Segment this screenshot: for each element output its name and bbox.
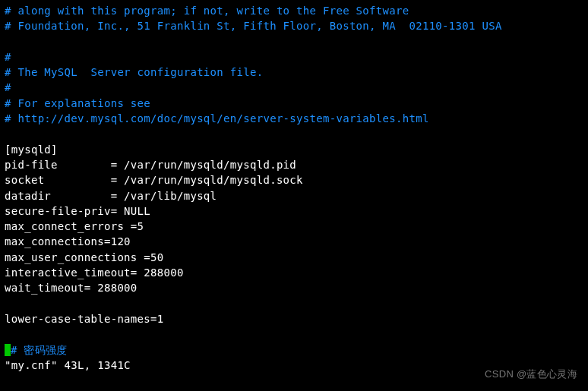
config-line-datadir: datadir = /var/lib/mysql xyxy=(5,190,217,202)
cursor xyxy=(5,344,11,356)
config-line-socket: socket = /var/run/mysqld/mysqld.sock xyxy=(5,174,303,186)
comment-line: # along with this program; if not, write… xyxy=(5,5,409,17)
config-line-wait-timeout: wait_timeout= 288000 xyxy=(5,282,138,294)
config-line-max-connections: max_connections=120 xyxy=(5,235,131,248)
config-line-lower-case-table-names: lower-case-table-names=1 xyxy=(5,313,164,325)
config-section: [mysqld] xyxy=(5,143,58,156)
config-line-secure-file-priv: secure-file-priv= NULL xyxy=(5,205,150,217)
comment-line: # xyxy=(5,51,11,63)
comment-line: # xyxy=(5,81,11,93)
terminal-editor[interactable]: # along with this program; if not, write… xyxy=(5,3,583,373)
comment-line: # http://dev.mysql.com/doc/mysql/en/serv… xyxy=(5,112,429,125)
config-line-interactive-timeout: interactive_timeout= 288000 xyxy=(5,266,184,279)
comment-line: # Foundation, Inc., 51 Franklin St, Fift… xyxy=(5,20,502,32)
comment-line: # The MySQL Server configuration file. xyxy=(5,66,263,78)
vim-status-line: "my.cnf" 43L, 1341C xyxy=(5,359,131,371)
config-line-max-connect-errors: max_connect_errors =5 xyxy=(5,220,144,232)
config-line-max-user-connections: max_user_connections =50 xyxy=(5,251,164,263)
comment-line: # For explanations see xyxy=(5,97,150,109)
comment-line-password: # 密码强度 xyxy=(11,344,68,356)
config-line-pid-file: pid-file = /var/run/mysqld/mysqld.pid xyxy=(5,159,296,171)
